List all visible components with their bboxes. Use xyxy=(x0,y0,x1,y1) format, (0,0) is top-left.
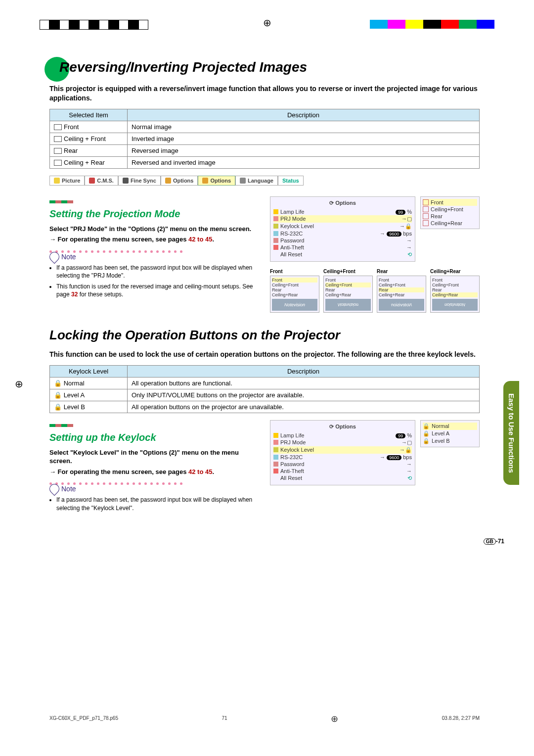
dotted-divider xyxy=(49,246,255,249)
screen-icon xyxy=(54,124,62,130)
screen-icon xyxy=(54,148,62,154)
arrow-right-icon: →🔒 xyxy=(400,223,412,230)
reset-icon: ⟲ xyxy=(407,251,412,258)
arrow-right-icon: →🔒 xyxy=(400,447,412,453)
tab-language[interactable]: Language xyxy=(235,176,278,186)
preview-image: Notevision xyxy=(272,299,317,311)
lock-icon: 🔒 xyxy=(423,430,430,437)
tab-picture[interactable]: Picture xyxy=(49,176,85,186)
keylock-table: Keylock Level Description 🔒 Normal All o… xyxy=(49,365,480,413)
screen-icon xyxy=(423,199,429,205)
screen-icon xyxy=(54,160,62,166)
step-text: → For operating the menu screen, see pag… xyxy=(49,468,255,476)
page-reference-link[interactable]: 42 to 45 xyxy=(188,236,212,243)
preview-image: Notevision xyxy=(432,299,478,311)
preview-image: Notevision xyxy=(325,299,371,311)
page-title: Reversing/Inverting Projected Images xyxy=(49,59,480,75)
tab-finesync[interactable]: Fine Sync xyxy=(118,176,161,186)
screen-icon xyxy=(273,216,278,221)
registration-mark-icon: ⊕ xyxy=(263,17,271,29)
screen-icon xyxy=(423,206,429,212)
note-heading: Note xyxy=(49,252,255,262)
tab-status[interactable]: Status xyxy=(278,176,304,186)
arrow-right-icon: → xyxy=(406,244,412,250)
table-header: Keylock Level xyxy=(50,365,128,377)
key-icon xyxy=(273,238,278,243)
page-reference-link[interactable]: 42 to 45 xyxy=(188,468,212,475)
table-row: Rear Reversed image xyxy=(50,144,480,156)
intro-text: This projector is equipped with a revers… xyxy=(49,84,480,103)
table-row: 🔒 Level A Only INPUT/VOLUME buttons on t… xyxy=(50,389,480,401)
projection-mode-table: Selected Item Description Front Normal i… xyxy=(49,109,480,169)
note-list: If a password has been set, the password… xyxy=(56,496,255,512)
note-list: If a password has been set, the password… xyxy=(56,264,255,299)
document-page: Reversing/Inverting Projected Images Thi… xyxy=(49,59,480,515)
list-item: This function is used for the reversed i… xyxy=(56,283,255,298)
note-heading: Note xyxy=(49,484,255,494)
lock-icon: 🔒 xyxy=(54,379,62,387)
shield-icon xyxy=(273,469,278,473)
screen-icon xyxy=(54,136,62,142)
accent-bars xyxy=(49,196,255,205)
tab-options1[interactable]: Options xyxy=(161,176,198,186)
menu-tab-bar: Picture C.M.S. Fine Sync Options Options… xyxy=(49,176,480,186)
lock-icon xyxy=(273,447,278,452)
shield-icon xyxy=(273,245,278,250)
osd-side-options: Front Ceiling+Front Rear Ceiling+Rear xyxy=(420,196,480,229)
registration-mark-icon: ⊕ xyxy=(331,713,338,724)
arrow-right-icon: → xyxy=(406,468,412,474)
tab-options2[interactable]: Options xyxy=(198,176,235,186)
table-row: Front Normal image xyxy=(50,121,480,133)
gear-icon: ⟳ xyxy=(329,424,334,429)
section-title: Locking the Operation Buttons on the Pro… xyxy=(49,328,480,343)
reset-icon: ⟲ xyxy=(407,475,412,481)
printer-marks: ⊕ xyxy=(0,20,534,40)
dotted-divider xyxy=(49,478,255,481)
arrow-right-icon: →▢ xyxy=(401,439,412,446)
table-header: Selected Item xyxy=(50,109,128,121)
lock-icon: 🔒 xyxy=(423,438,430,444)
arrow-right-icon: → xyxy=(406,237,412,243)
table-row: Ceiling + Front Inverted image xyxy=(50,133,480,144)
port-icon xyxy=(273,231,278,236)
table-header: Description xyxy=(128,365,480,377)
list-item: If a password has been set, the password… xyxy=(56,264,255,280)
tab-cms[interactable]: C.M.S. xyxy=(85,176,118,186)
osd-options-panel: ⟳ Options Lamp Life99 % PRJ Mode→▢ Keylo… xyxy=(270,196,415,262)
screen-icon xyxy=(423,220,429,226)
lock-icon: 🔒 xyxy=(54,391,62,399)
arrow-right-icon: →▢ xyxy=(401,216,412,222)
screen-icon xyxy=(423,213,429,219)
osd-side-options: 🔒Normal 🔒Level A 🔒Level B xyxy=(420,420,480,447)
section-tab: Easy to Use Functions xyxy=(503,381,519,485)
table-row: Ceiling + Rear Reversed and inverted ima… xyxy=(50,156,480,168)
gear-icon: ⟳ xyxy=(329,200,334,206)
intro-text: This function can be used to lock the us… xyxy=(49,350,480,359)
table-row: 🔒 Level B All operation buttons on the p… xyxy=(50,401,480,413)
registration-mark-icon: ⊕ xyxy=(15,378,23,390)
step-text: Select "PRJ Mode" in the "Options (2)" m… xyxy=(49,225,255,234)
lamp-icon xyxy=(273,433,278,438)
port-icon xyxy=(273,455,278,460)
step-text: → For operating the menu screen, see pag… xyxy=(49,235,255,244)
page-reference-link[interactable]: 32 xyxy=(71,291,78,298)
print-footer: XG-C60X_E_PDF_p71_78.p65 71 ⊕ 03.8.28, 2… xyxy=(49,715,480,726)
subsection-heading: Setting the Projection Mode xyxy=(49,208,255,220)
preview-image: Notevision xyxy=(379,299,424,311)
lamp-icon xyxy=(273,209,278,214)
accent-bars xyxy=(49,420,255,429)
list-item: If a password has been set, the password… xyxy=(56,496,255,512)
step-text: Select "Keylock Level" in the "Options (… xyxy=(49,448,255,466)
table-row: 🔒 Normal All operation buttons are funct… xyxy=(50,377,480,389)
subsection-heading: Setting up the Keylock xyxy=(49,432,255,443)
osd-options-panel: ⟳ Options Lamp Life99 % PRJ Mode→▢ Keylo… xyxy=(270,420,415,485)
mini-preview-row: Front Front Ceiling+Front Rear Ceiling+R… xyxy=(270,269,480,313)
table-header: Description xyxy=(128,109,480,121)
key-icon xyxy=(273,462,278,467)
lock-icon xyxy=(273,224,278,229)
screen-icon xyxy=(273,440,278,445)
arrow-right-icon: → xyxy=(406,461,412,467)
page-number: GB-71 xyxy=(484,538,504,545)
lock-icon: 🔒 xyxy=(54,403,62,411)
lock-icon: 🔒 xyxy=(423,423,430,429)
